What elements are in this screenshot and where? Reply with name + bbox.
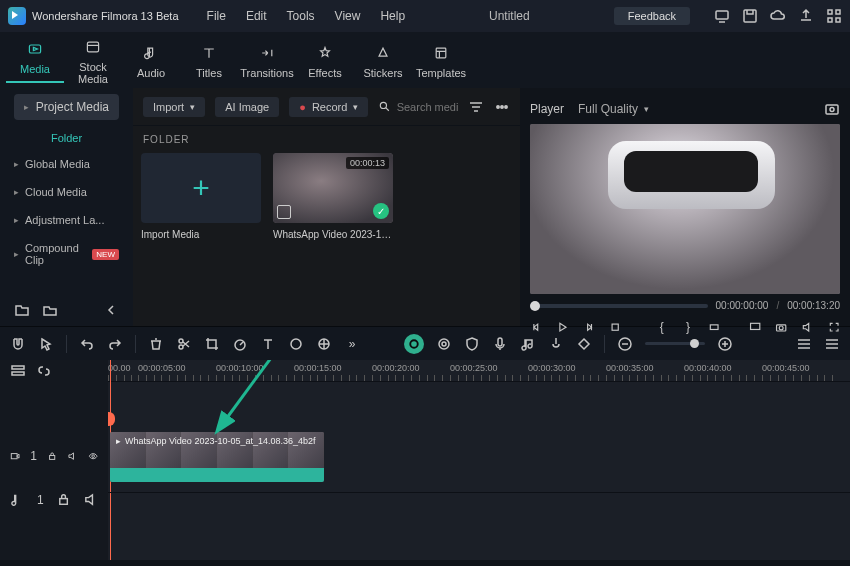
cursor-icon[interactable] [38,336,54,352]
scrubber[interactable] [530,304,708,308]
clip-tool-icon[interactable] [708,319,720,335]
color-icon[interactable] [288,336,304,352]
tab-stock-media[interactable]: Stock Media [64,35,122,85]
split-icon[interactable] [176,336,192,352]
video-clip[interactable]: ▸WhatsApp Video 2023-10-05_at_14.08.36_4… [110,432,324,482]
import-dropdown[interactable]: Import▾ [143,97,205,117]
sidebar-item-cloud[interactable]: ▸Cloud Media [0,178,133,206]
adjust-icon[interactable] [316,336,332,352]
apps-icon[interactable] [826,8,842,24]
quality-dropdown[interactable]: Full Quality▾ [578,102,649,116]
settings-icon[interactable] [824,336,840,352]
mic-icon[interactable] [492,336,508,352]
timeline-canvas[interactable]: 00.00 00:00:05:0000:00:10:0000:00:15:000… [108,360,850,560]
keyframe-icon[interactable] [576,336,592,352]
tab-media[interactable]: Media [6,37,64,83]
media-clip-card[interactable]: 00:00:13 ✓ WhatsApp Video 2023-10-05... [273,153,393,240]
speed-icon[interactable] [232,336,248,352]
fullscreen-icon[interactable] [828,319,840,335]
mark-in-icon[interactable]: { [656,319,668,335]
tab-effects[interactable]: Effects [296,41,354,79]
text-tool-icon[interactable] [260,336,276,352]
ai-image-button[interactable]: AI Image [215,97,279,117]
volume-icon[interactable] [801,319,813,335]
audio-lock-icon[interactable] [56,492,71,508]
crop-icon[interactable] [204,336,220,352]
camera-icon[interactable] [775,319,787,335]
save-icon[interactable] [742,8,758,24]
more-icon[interactable] [494,99,510,115]
filter-icon[interactable] [468,99,484,115]
tab-transitions[interactable]: Transitions [238,41,296,79]
playhead-handle[interactable] [108,412,115,426]
delete-icon[interactable] [148,336,164,352]
collapse-icon[interactable] [103,302,119,318]
sidebar-item-adjustment[interactable]: ▸Adjustment La... [0,206,133,234]
lock-icon[interactable] [47,448,57,464]
video-track-icon [10,448,20,464]
search-field[interactable] [378,99,458,115]
stop-icon[interactable] [609,319,621,335]
stickers-icon [375,45,391,61]
snapshot-icon[interactable] [824,101,840,117]
view-options-icon[interactable] [796,336,812,352]
play-icon[interactable] [556,319,568,335]
export-icon[interactable] [798,8,814,24]
zoom-out-icon[interactable] [617,336,633,352]
preview-monitor[interactable] [530,124,840,294]
templates-icon [433,45,449,61]
sidebar-item-global[interactable]: ▸Global Media [0,150,133,178]
tracks-icon[interactable] [10,363,26,379]
visibility-icon[interactable] [88,448,98,464]
search-input[interactable] [397,101,458,113]
menu-edit[interactable]: Edit [246,9,267,23]
music-icon[interactable] [520,336,536,352]
redo-icon[interactable] [107,336,123,352]
audio-track-num: 1 [37,493,44,507]
target-icon[interactable] [436,336,452,352]
magnet-icon[interactable] [10,336,26,352]
svg-point-21 [179,345,183,349]
zoom-in-icon[interactable] [717,336,733,352]
shield-icon[interactable] [464,336,480,352]
menu-view[interactable]: View [335,9,361,23]
tab-audio[interactable]: Audio [122,41,180,79]
menu-help[interactable]: Help [380,9,405,23]
time-current: 00:00:00:00 [716,300,769,311]
zoom-slider[interactable] [645,342,705,345]
import-media-card[interactable]: + Import Media [141,153,261,240]
duration-badge: 00:00:13 [346,157,389,169]
more-tools-icon[interactable]: » [344,336,360,352]
sidebar-item-compound[interactable]: ▸Compound ClipNEW [0,234,133,274]
prev-frame-icon[interactable] [530,319,542,335]
folder-tab[interactable]: Folder [0,126,133,150]
svg-rect-13 [826,105,838,114]
next-frame-icon[interactable] [583,319,595,335]
feedback-button[interactable]: Feedback [614,7,690,25]
cloud-icon[interactable] [770,8,786,24]
mark-out-icon[interactable]: } [682,319,694,335]
link-icon[interactable] [36,363,52,379]
media-browser: Import▾ AI Image ●Record▾ FOLDER + Impor… [133,88,520,326]
tab-templates[interactable]: Templates [412,41,470,79]
marker-icon[interactable] [548,336,564,352]
menu-tools[interactable]: Tools [287,9,315,23]
ai-button[interactable] [404,334,424,354]
mute-icon[interactable] [67,448,77,464]
menu-file[interactable]: File [207,9,226,23]
new-folder-icon[interactable] [14,302,30,318]
folder-icon[interactable] [42,302,58,318]
svg-rect-2 [828,10,832,14]
video-track-header[interactable]: 1 [0,432,108,480]
audio-track-header[interactable]: 1 [0,480,108,520]
tab-stickers[interactable]: Stickers [354,41,412,79]
time-ruler[interactable]: 00.00 00:00:05:0000:00:10:0000:00:15:000… [108,360,850,382]
display-icon[interactable] [749,319,761,335]
audio-mute-icon[interactable] [83,492,98,508]
tab-titles[interactable]: Titles [180,41,238,79]
scrub-knob[interactable] [530,301,540,311]
undo-icon[interactable] [79,336,95,352]
project-media-button[interactable]: ▸ Project Media [14,94,119,120]
monitor-icon[interactable] [714,8,730,24]
record-dropdown[interactable]: ●Record▾ [289,97,368,117]
